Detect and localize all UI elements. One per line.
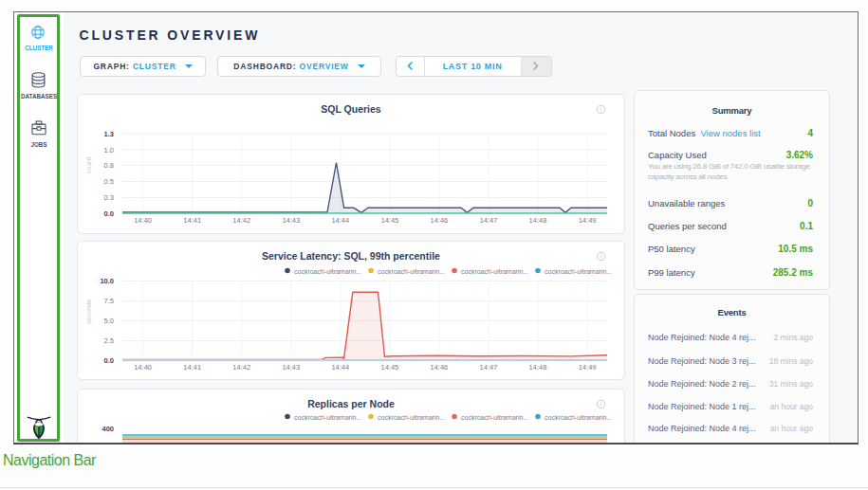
svg-text:14:44: 14:44	[331, 363, 349, 372]
svg-text:14:45: 14:45	[381, 363, 399, 372]
svg-text:count: count	[85, 157, 92, 173]
svg-text:14:41: 14:41	[183, 216, 201, 225]
svg-text:14:44: 14:44	[331, 216, 349, 225]
svg-text:14:42: 14:42	[232, 363, 250, 372]
svg-text:cockroach-ultramarin...: cockroach-ultramarin...	[378, 268, 445, 275]
svg-text:14:49: 14:49	[579, 363, 597, 372]
svg-text:cockroach-ultramarin...: cockroach-ultramarin...	[545, 268, 612, 275]
svg-text:14:41: 14:41	[183, 363, 201, 372]
svg-text:14:49: 14:49	[579, 216, 597, 225]
svg-text:cockroach-ultramarin...: cockroach-ultramarin...	[378, 413, 445, 420]
svg-text:0.3: 0.3	[104, 193, 114, 202]
svg-text:1.0: 1.0	[104, 146, 114, 154]
svg-text:0.8: 0.8	[104, 161, 114, 170]
svg-text:0.0: 0.0	[104, 209, 114, 218]
svg-text:SQL Queries: SQL Queries	[321, 103, 381, 115]
svg-text:14:47: 14:47	[480, 363, 498, 372]
svg-text:0.0: 0.0	[104, 356, 114, 365]
svg-text:14:40: 14:40	[134, 216, 152, 225]
svg-text:0.5: 0.5	[104, 177, 114, 186]
svg-text:Replicas per Node: Replicas per Node	[307, 398, 395, 409]
svg-text:2.5: 2.5	[104, 336, 114, 345]
svg-text:1.3: 1.3	[104, 130, 114, 138]
svg-text:14:48: 14:48	[529, 363, 547, 372]
svg-text:5.0: 5.0	[104, 317, 114, 325]
svg-text:14:47: 14:47	[480, 216, 498, 225]
svg-text:cockroach-ultramarin...: cockroach-ultramarin...	[294, 413, 361, 420]
svg-text:14:40: 14:40	[134, 363, 152, 372]
svg-text:7.5: 7.5	[104, 297, 114, 305]
svg-text:14:43: 14:43	[282, 363, 300, 372]
svg-text:14:46: 14:46	[431, 363, 449, 372]
svg-text:14:43: 14:43	[282, 216, 300, 225]
svg-text:cockroach-ultramarin...: cockroach-ultramarin...	[461, 413, 528, 420]
svg-text:10.0: 10.0	[100, 277, 114, 285]
svg-text:14:45: 14:45	[381, 216, 399, 225]
svg-text:14:42: 14:42	[232, 216, 250, 225]
svg-text:cockroach-ultramarin...: cockroach-ultramarin...	[545, 413, 612, 420]
svg-text:seconds: seconds	[85, 299, 92, 324]
svg-text:Service Latency: SQL, 99th per: Service Latency: SQL, 99th percentile	[262, 250, 440, 262]
svg-text:cockroach-ultramarin...: cockroach-ultramarin...	[294, 268, 361, 275]
svg-text:14:46: 14:46	[431, 216, 449, 225]
svg-text:400: 400	[102, 424, 114, 432]
svg-text:14:48: 14:48	[529, 216, 547, 225]
svg-text:cockroach-ultramarin...: cockroach-ultramarin...	[461, 268, 528, 275]
